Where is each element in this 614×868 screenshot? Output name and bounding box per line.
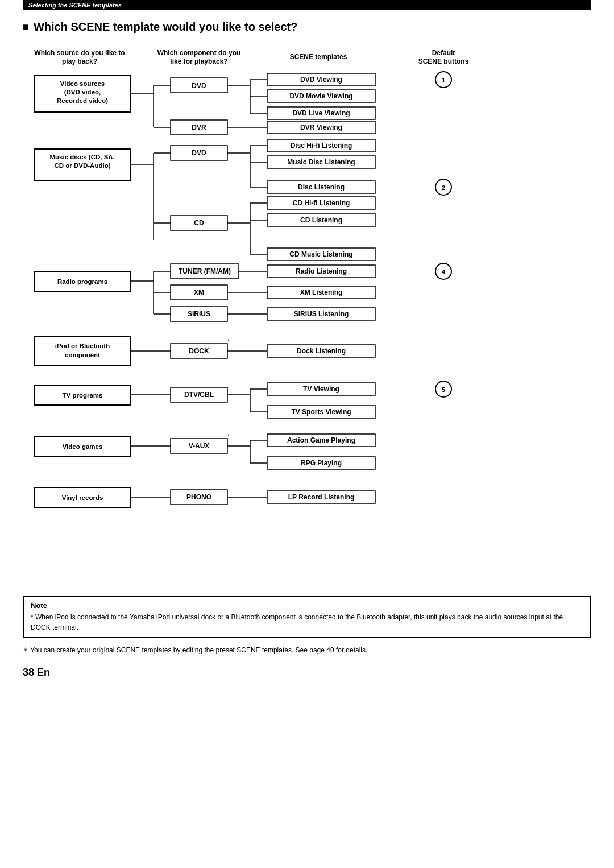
diagram-area: Which source do you like to play back? W… [23,44,591,584]
note-section: Note * When iPod is connected to the Yam… [23,596,591,638]
svg-text:DVD Movie Viewing: DVD Movie Viewing [289,92,352,100]
svg-text:TUNER (FM/AM): TUNER (FM/AM) [179,267,231,275]
svg-text:CD Listening: CD Listening [300,216,342,224]
svg-text:Dock Listening: Dock Listening [297,347,346,355]
svg-text:Radio programs: Radio programs [57,278,107,285]
svg-text:TV Viewing: TV Viewing [303,385,339,393]
svg-text:SIRIUS Listening: SIRIUS Listening [294,310,349,318]
svg-text:SIRIUS: SIRIUS [188,310,210,318]
svg-text:DVR Viewing: DVR Viewing [300,123,342,131]
svg-text:Default: Default [432,49,455,57]
svg-text:Music discs (CD, SA-: Music discs (CD, SA- [49,154,115,160]
tip-text: You can create your original SCENE templ… [30,646,367,654]
main-title: Which SCENE template would you like to s… [23,20,591,34]
svg-text:V-AUX: V-AUX [189,442,210,450]
svg-text:DOCK: DOCK [189,347,209,355]
svg-text:5: 5 [442,386,445,393]
top-bar: Selecting the SCENE templates [23,0,591,10]
svg-text:Which source do you like to: Which source do you like to [34,49,125,57]
svg-text:CD Music Listening: CD Music Listening [289,250,352,258]
svg-text:*: * [227,433,230,440]
svg-text:PHONO: PHONO [186,493,211,501]
svg-text:CD Hi-fi Listening: CD Hi-fi Listening [293,199,350,207]
svg-text:4: 4 [442,268,446,275]
svg-text:2: 2 [442,184,445,191]
svg-text:1: 1 [442,77,445,84]
asterisk-note: * When iPod is connected to the Yamaha i… [31,612,583,633]
svg-text:SCENE templates: SCENE templates [290,53,347,61]
svg-text:TV programs: TV programs [63,392,103,399]
svg-text:Disc Listening: Disc Listening [298,183,345,191]
svg-text:SCENE buttons: SCENE buttons [418,57,469,65]
svg-text:DVD: DVD [192,149,206,157]
svg-text:XM: XM [194,288,204,296]
svg-rect-95 [34,337,131,365]
svg-text:component: component [65,352,100,358]
note-title: Note [31,601,583,610]
top-bar-text: Selecting the SCENE templates [28,2,122,9]
main-title-text: Which SCENE template would you like to s… [34,20,298,34]
svg-text:*: * [227,338,230,345]
svg-text:LP Record Listening: LP Record Listening [288,493,354,501]
svg-text:DTV/CBL: DTV/CBL [184,391,214,399]
svg-text:iPod or Bluetooth: iPod or Bluetooth [55,342,110,349]
svg-text:Disc Hi-fi Listening: Disc Hi-fi Listening [291,142,352,150]
svg-text:Recorded video): Recorded video) [57,97,108,104]
tip-symbol: ✳ [23,646,30,654]
svg-text:DVD: DVD [192,82,206,90]
svg-text:play back?: play back? [62,57,97,65]
svg-text:Music Disc Listening: Music Disc Listening [287,158,355,166]
svg-text:Video games: Video games [63,443,103,450]
svg-text:Video sources: Video sources [60,80,105,87]
page-container: Selecting the SCENE templates Which SCEN… [0,0,614,701]
svg-text:Vinyl records: Vinyl records [62,494,103,501]
svg-text:DVD Live Viewing: DVD Live Viewing [292,109,350,117]
svg-text:(DVD video,: (DVD video, [64,89,101,96]
svg-text:Radio Listening: Radio Listening [296,267,347,275]
svg-text:CD or DVD-Audio): CD or DVD-Audio) [54,162,110,169]
page-number: 38 En [23,667,591,679]
svg-text:Action Game Playing: Action Game Playing [287,436,355,444]
svg-text:XM Listening: XM Listening [300,288,343,296]
tip-section: ✳ You can create your original SCENE tem… [23,645,591,655]
svg-text:like for playback?: like for playback? [170,57,227,65]
diagram-svg: Which source do you like to play back? W… [23,44,569,584]
svg-text:RPG Playing: RPG Playing [301,459,342,467]
svg-text:TV Sports Viewing: TV Sports Viewing [291,408,351,416]
asterisk-note-text: When iPod is connected to the Yamaha iPo… [31,613,563,631]
svg-text:CD: CD [194,219,204,227]
svg-text:DVD Viewing: DVD Viewing [300,76,342,84]
svg-text:Which component do you: Which component do you [157,49,241,57]
svg-text:DVR: DVR [192,123,206,131]
